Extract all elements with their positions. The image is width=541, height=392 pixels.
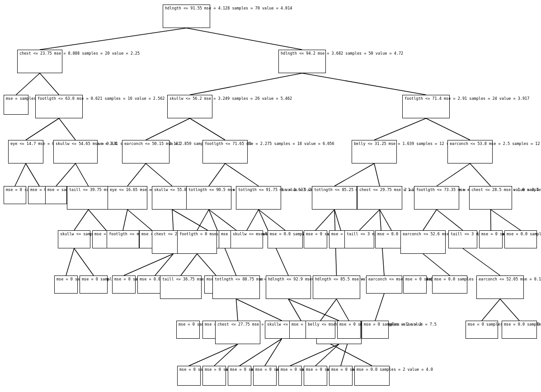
tree-node-n_bot7: mse = 0 samples value = bbox=[329, 366, 353, 386]
svg-line-35 bbox=[334, 210, 341, 230]
tree-node-n2lrrb: mse = 0.0 samples = 2 value = 6.0 bbox=[268, 230, 303, 248]
svg-line-64 bbox=[214, 344, 238, 366]
tree-node-n_bot4: mse = 0 samples value = bbox=[253, 366, 277, 386]
svg-line-47 bbox=[197, 254, 216, 275]
svg-line-41 bbox=[491, 210, 521, 230]
tree-node-n1rl: eye <= 14.7 mse = 0.24 samples = 5 value… bbox=[8, 140, 43, 163]
svg-line-62 bbox=[500, 299, 520, 321]
tree-node-n2lrl: totlngth <= 90.5 mse = 1.107 samples = 1… bbox=[186, 186, 231, 210]
tree-node-n2rr: earconch <= 53.8 mse = 2.5 samples = 12 … bbox=[447, 140, 493, 163]
tree-node-n2r: footlgth <= 71.4 mse = 2.91 samples = 24… bbox=[402, 95, 450, 118]
svg-line-19 bbox=[225, 163, 259, 186]
tree-node-n_lrla_ll: mse = 0 samples value = bbox=[176, 321, 200, 339]
tree-node-n_rlla_r: mse = 0 samples value = bbox=[337, 321, 361, 339]
tree-node-n2rlla: mse = 0 samples value = bbox=[304, 230, 327, 248]
tree-node-n2rrla: earconch <= 52.6 mse = 0.16 samples = 5 … bbox=[400, 230, 446, 254]
svg-line-59 bbox=[423, 254, 450, 275]
svg-line-7 bbox=[59, 118, 76, 140]
tree-node-n_rllb: earconch <= mse = 0 samples value = 3 bbox=[366, 275, 402, 294]
svg-line-14 bbox=[56, 163, 75, 186]
svg-line-44 bbox=[124, 254, 174, 275]
tree-node-n1: chest <= 23.75 mse = 0.888 samples = 20 … bbox=[17, 50, 62, 73]
svg-line-51 bbox=[236, 299, 282, 321]
tree-node-n_rrlb: earconch <= 52.05 mse = 0.188 samples = … bbox=[476, 275, 524, 299]
svg-line-18 bbox=[209, 163, 225, 186]
tree-node-n_rrlb_r: mse = 0.0 samples = 3 value = 3.0 bbox=[502, 321, 537, 339]
tree-node-n2rrl: footlgth <= 73.35 mse = 0.64 samples = 1… bbox=[414, 186, 459, 210]
tree-node-n_bot3: mse = 0 samples value = bbox=[228, 366, 251, 386]
tree-node-n2rl: belly <= 31.25 mse = 1.639 samples = 12 … bbox=[352, 140, 397, 163]
svg-line-16 bbox=[127, 163, 146, 186]
svg-line-11 bbox=[426, 118, 470, 140]
svg-line-6 bbox=[26, 118, 59, 140]
svg-line-50 bbox=[236, 299, 238, 321]
svg-line-0 bbox=[40, 28, 187, 50]
svg-line-39 bbox=[437, 210, 463, 230]
svg-line-1 bbox=[187, 28, 302, 50]
svg-line-60 bbox=[463, 248, 500, 275]
svg-line-5 bbox=[302, 73, 426, 95]
svg-line-26 bbox=[123, 210, 127, 230]
tree-node-n1rr: skullw <= 54.65 mse = 0.331 samples = 11… bbox=[53, 140, 98, 163]
tree-node-n2ll: earconch <= 50.15 mse = 2.859 samples = … bbox=[122, 140, 169, 163]
tree-node-n_bot8: mse = 0.0 samples = 2 value = 4.0 bbox=[354, 366, 390, 386]
tree-node-n2rrra: mse = 0 samples value = bbox=[479, 230, 503, 248]
svg-line-22 bbox=[437, 163, 470, 186]
tree-node-n_rrla: mse = 0.0 samples = 1 value = 4.0 bbox=[432, 275, 467, 294]
svg-line-2 bbox=[16, 73, 40, 95]
svg-line-36 bbox=[359, 210, 380, 230]
svg-line-56 bbox=[320, 299, 337, 321]
tree-node-n1rrl: mse = samples value = bbox=[45, 186, 67, 204]
svg-line-42 bbox=[66, 248, 74, 275]
tree-node-n2: hdlngth <= 94.2 mse = 3.682 samples = 50… bbox=[278, 50, 326, 73]
svg-line-38 bbox=[423, 210, 437, 230]
svg-line-3 bbox=[40, 73, 59, 95]
svg-line-53 bbox=[288, 299, 339, 321]
tree-node-n2rrr: chest <= 28.5 mse = 1.0 samples = 2 valu… bbox=[469, 186, 512, 210]
tree-node-n2llla: footlgth <= mse = 0 samples value = bbox=[107, 230, 139, 248]
svg-line-61 bbox=[482, 299, 500, 321]
svg-line-30 bbox=[197, 210, 209, 230]
svg-line-58 bbox=[375, 294, 384, 321]
svg-line-57 bbox=[337, 299, 349, 321]
decision-tree: hdlngth <= 91.55 mse = 4.128 samples = 7… bbox=[0, 0, 541, 392]
svg-line-9 bbox=[190, 118, 225, 140]
svg-line-24 bbox=[74, 210, 89, 230]
svg-line-21 bbox=[374, 163, 380, 186]
svg-line-12 bbox=[15, 163, 26, 186]
svg-line-25 bbox=[89, 210, 107, 230]
tree-node-n_bot6: mse = 0 samples value = bbox=[304, 366, 327, 386]
tree-node-n2lll: eye <= 16.65 mse = 0.667 samples = 3 val… bbox=[108, 186, 147, 210]
tree-node-n2lrla: footlgth = 0 mse = 0.0 samples = 1 value… bbox=[177, 230, 217, 254]
tree-node-n2rll: totlngth <= 85.25 mse = 0.25 samples = 2… bbox=[312, 186, 357, 210]
tree-node-n2rlra: taill <= 3 mse = 0 samples value = 4 bbox=[344, 230, 374, 248]
tree-node-n1rll: mse = 0 samples value = bbox=[4, 186, 26, 204]
svg-line-17 bbox=[146, 163, 173, 186]
tree-node-n1r: footlgth <= 63.0 mse = 0.621 samples = 1… bbox=[35, 95, 83, 118]
tree-node-root: hdlngth <= 91.55 mse = 4.128 samples = 7… bbox=[163, 5, 210, 28]
tree-node-n2lrra: skullw <= mse = 1 samples = 2 value = bbox=[231, 230, 263, 248]
svg-line-66 bbox=[265, 339, 282, 366]
svg-line-33 bbox=[259, 210, 285, 230]
svg-line-67 bbox=[290, 344, 339, 366]
tree-node-n_llrla_r: mse = 0 samples = 1 value = bbox=[80, 275, 108, 294]
svg-line-8 bbox=[146, 118, 190, 140]
tree-node-n2rrrb: mse = 0.0 samples = 1 value = 7.0 bbox=[504, 230, 537, 248]
tree-node-n2lrr: totlngth <= 91.75 mse = 1.633 samples = … bbox=[236, 186, 281, 210]
svg-line-10 bbox=[374, 118, 426, 140]
tree-node-n_llrla_r2: mse = 0 samples value = bbox=[112, 275, 136, 294]
svg-line-52 bbox=[288, 299, 301, 321]
svg-line-23 bbox=[470, 163, 491, 186]
svg-line-29 bbox=[172, 210, 208, 230]
svg-line-34 bbox=[315, 210, 334, 230]
tree-node-n_lrla_l: chest <= 27.75 mse = 0.188 samples = 4 v… bbox=[215, 321, 260, 344]
tree-node-n1l: mse = samples value bbox=[4, 95, 28, 115]
tree-node-n_lrlb: hdlngth <= 92.9 mse = 0.667 samples = 3 … bbox=[266, 275, 311, 299]
svg-line-31 bbox=[209, 210, 236, 230]
svg-line-15 bbox=[75, 163, 89, 186]
tree-node-n_bot1: mse = 0 samples value = bbox=[177, 366, 201, 386]
svg-line-40 bbox=[491, 210, 491, 230]
tree-node-n_bot2: mse = 0 samples value = bbox=[202, 366, 226, 386]
svg-line-27 bbox=[127, 210, 152, 230]
tree-node-n_rlla_l: belly <= mse = 0 samples value = 4 bbox=[306, 321, 335, 339]
